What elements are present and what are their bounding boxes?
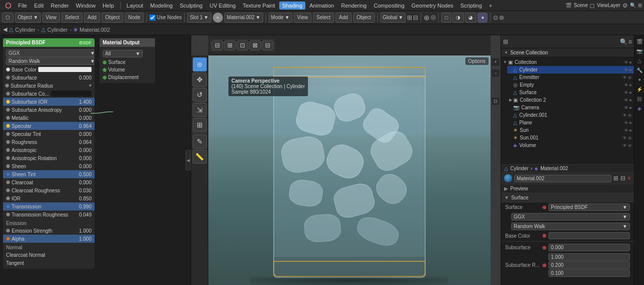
zoom-fit-btn[interactable]: ⊡ bbox=[491, 97, 500, 106]
cam-btn-4[interactable]: ⊠ bbox=[249, 40, 261, 50]
gizmo-icon[interactable]: ⊚ bbox=[499, 14, 504, 21]
search-scene-btn[interactable]: 🔍 bbox=[620, 38, 627, 45]
material-output-header[interactable]: Material Output bbox=[100, 38, 155, 47]
add-workspace-btn[interactable]: + bbox=[486, 2, 495, 10]
panel-collapse-btn[interactable]: ◀ bbox=[186, 150, 191, 170]
vis-dot[interactable]: ● bbox=[629, 60, 632, 65]
search-icon[interactable]: 🔍 bbox=[630, 3, 636, 8]
scale-tool-btn[interactable]: ⇲ bbox=[193, 103, 207, 117]
surface-section-header[interactable]: ▼ Surface bbox=[501, 193, 634, 202]
cam-btn-3[interactable]: ⊡ bbox=[236, 40, 249, 50]
preview-section-header[interactable]: ▶ Preview bbox=[501, 184, 634, 193]
menu-file[interactable]: File bbox=[15, 2, 30, 10]
tab-compositing[interactable]: Compositing bbox=[371, 2, 408, 10]
subsurface-co-bar[interactable] bbox=[51, 91, 92, 97]
zoom-plus-btn[interactable]: + bbox=[491, 57, 500, 66]
filter-scene-btn[interactable]: ≡ bbox=[628, 38, 632, 45]
move-tool-btn[interactable]: ✥ bbox=[193, 73, 207, 87]
shading-rendered-btn[interactable]: ● bbox=[477, 13, 488, 23]
menu-render[interactable]: Render bbox=[48, 2, 72, 10]
menu-help[interactable]: Help bbox=[100, 2, 117, 10]
scene-item-volume[interactable]: ▶ ◈ Volume 👁 ⊕ bbox=[507, 141, 634, 149]
viewlayer-name[interactable]: ViewLayer bbox=[597, 3, 620, 8]
material-delete-btn[interactable]: × bbox=[627, 175, 631, 182]
filter-icon[interactable]: ⊞ bbox=[638, 3, 642, 8]
slot-dropdown[interactable]: Slot 1 ▼ bbox=[187, 13, 211, 23]
cam-btn-5[interactable]: ⊟ bbox=[262, 40, 274, 50]
material-browse-btn[interactable]: ⊟ bbox=[620, 175, 625, 182]
scene-item-cylinder[interactable]: ▶ △ Cylinder 👁 ● bbox=[507, 66, 634, 74]
menu-blender[interactable]: ⬡ bbox=[2, 1, 14, 11]
view-btn[interactable]: View bbox=[42, 13, 60, 23]
subsurface-field[interactable]: 0.000 bbox=[548, 244, 630, 251]
add-btn[interactable]: Add bbox=[84, 13, 100, 23]
cylinder-vis-dot[interactable]: ● bbox=[629, 67, 632, 73]
mode-dropdown[interactable]: Object ▼ bbox=[15, 13, 41, 23]
scene-item-camera[interactable]: ▶ 📷 Camera 👁 ● bbox=[507, 104, 634, 111]
transform-icon2[interactable]: ⊟ bbox=[413, 14, 418, 21]
rail-material-icon[interactable]: ◈ bbox=[635, 104, 643, 112]
principled-dropdown[interactable]: Principled BSDF ▼ bbox=[548, 203, 630, 211]
base-color-field[interactable] bbox=[548, 232, 630, 239]
breadcrumb-collapse-btn[interactable]: ◀ bbox=[3, 26, 7, 33]
object-btn[interactable]: Object bbox=[102, 13, 123, 23]
tab-layout[interactable]: Layout bbox=[124, 2, 146, 10]
ggx-dropdown[interactable]: GGX ▼ bbox=[6, 49, 95, 57]
emmitter-vis[interactable]: 👁 bbox=[622, 75, 627, 80]
scene-item-collection2[interactable]: ▶ ▣ Collection 2 👁 ● bbox=[507, 96, 634, 104]
shading-solid-btn[interactable]: ◑ bbox=[452, 13, 464, 23]
transform-tool-btn[interactable]: ⊞ bbox=[193, 118, 207, 132]
material-dropdown[interactable]: Material.002 ▼ bbox=[224, 13, 263, 23]
random-walk-dropdown-props[interactable]: Random Walk ▼ bbox=[511, 223, 630, 230]
tab-animation[interactable]: Animation bbox=[306, 2, 337, 10]
tab-texture-paint[interactable]: Texture Paint bbox=[239, 2, 278, 10]
annotate-tool-btn[interactable]: ✎ bbox=[193, 134, 207, 149]
rail-render-icon[interactable]: 📷 bbox=[635, 47, 643, 55]
props-breadcrumb-item1[interactable]: Cylinder bbox=[510, 166, 529, 171]
breadcrumb-item-2[interactable]: Cylinder bbox=[47, 27, 67, 33]
overlay-icon[interactable]: ⊙ bbox=[493, 14, 498, 21]
cursor-tool-btn[interactable]: ⊕ bbox=[193, 57, 207, 72]
breadcrumb-item-3[interactable]: Material.002 bbox=[79, 27, 110, 33]
shading-wire-btn[interactable]: □ bbox=[441, 13, 451, 23]
measure-tool-btn[interactable]: 📏 bbox=[193, 150, 207, 164]
viewport-background[interactable]: Camera Perspective (140) Scene Collectio… bbox=[208, 55, 491, 285]
tab-rendering[interactable]: Rendering bbox=[338, 2, 370, 10]
ggx-dropdown-props[interactable]: GGX ▼ bbox=[511, 213, 630, 221]
menu-window[interactable]: Window bbox=[73, 2, 99, 10]
scene-item-cylinder001[interactable]: ▶ △ Cylinder.001 👁 ⊕ bbox=[507, 111, 634, 119]
rail-physics-icon[interactable]: ⚡ bbox=[635, 85, 643, 93]
subsurf-r-val2[interactable]: 0.200 bbox=[548, 261, 630, 269]
proportional-icon[interactable]: ◎ bbox=[431, 14, 436, 22]
menu-edit[interactable]: Edit bbox=[31, 2, 47, 10]
node-btn[interactable]: Node bbox=[125, 13, 144, 23]
scene-item-emmitter[interactable]: ▶ △ Emmitter 👁 ⊕ bbox=[507, 74, 634, 81]
cam-btn-2[interactable]: ⊞ bbox=[224, 40, 236, 50]
rotate-tool-btn[interactable]: ↺ bbox=[193, 88, 207, 102]
viewport-select-btn[interactable]: Select bbox=[313, 13, 334, 23]
viewport-options-btn[interactable]: Options bbox=[465, 57, 489, 65]
viewport-view-btn[interactable]: View bbox=[294, 13, 312, 23]
rail-object-icon[interactable]: △ bbox=[635, 56, 643, 64]
props-breadcrumb-item2[interactable]: Material.002 bbox=[540, 166, 568, 171]
tab-uv-editing[interactable]: UV Editing bbox=[206, 2, 238, 10]
tab-geometry-nodes[interactable]: Geometry Nodes bbox=[409, 2, 456, 10]
random-walk-dropdown[interactable]: Random Walk ▼ bbox=[6, 57, 95, 65]
transform-dropdown[interactable]: Global ▼ bbox=[380, 13, 406, 23]
scene-item-surface[interactable]: ▶ △ Surface 👁 ● bbox=[507, 89, 634, 96]
rail-modifier-icon[interactable]: 🔧 bbox=[635, 66, 643, 74]
viewport-add-btn[interactable]: Add bbox=[336, 13, 352, 23]
all-dropdown[interactable]: All ▼ bbox=[103, 50, 143, 57]
filter-scene-icon[interactable]: ⊞ bbox=[503, 38, 508, 45]
rail-constraints-icon[interactable]: ⛓ bbox=[635, 95, 643, 103]
scene-item-collection[interactable]: ▼ ▣ Collection 👁 ● bbox=[501, 58, 634, 66]
viewport-object-btn[interactable]: Object bbox=[353, 13, 375, 23]
tab-sculpting[interactable]: Sculpting bbox=[177, 2, 205, 10]
material-name-field[interactable]: Material.002 bbox=[514, 175, 611, 182]
select-btn[interactable]: Select bbox=[61, 13, 83, 23]
settings-icon[interactable]: ⚙ bbox=[622, 2, 628, 9]
cylinder-vis-eye[interactable]: 👁 bbox=[624, 67, 628, 73]
tab-scripting[interactable]: Scripting bbox=[457, 2, 485, 10]
snap-icon[interactable]: ⊕ bbox=[424, 14, 430, 22]
subsurf-r-val1[interactable]: 1.000 bbox=[548, 253, 630, 261]
